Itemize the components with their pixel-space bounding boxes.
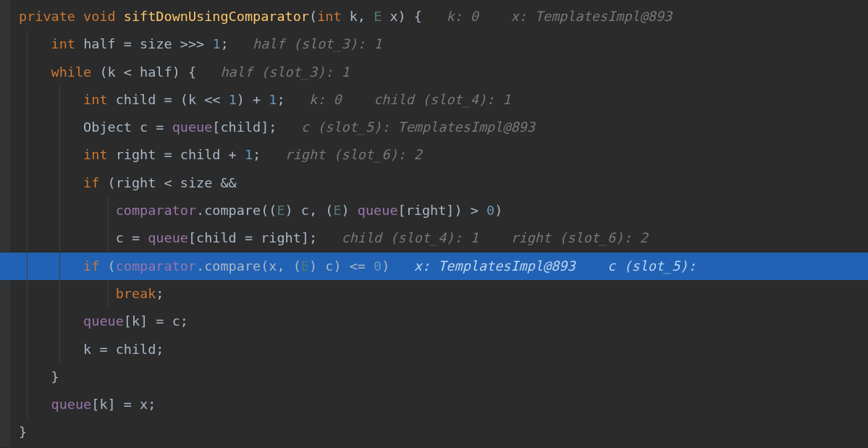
inline-debug-hint: k: 0 child (slot_4): 1 <box>309 92 510 107</box>
keyword: void <box>83 9 116 24</box>
code-line[interactable]: k = child; <box>0 336 868 363</box>
inline-debug-hint: k: 0 x: TemplatesImpl@893 <box>446 9 672 24</box>
code-line[interactable]: if (right < size && <box>0 169 868 197</box>
code-editor[interactable]: private void siftDownUsingComparator(int… <box>0 0 868 447</box>
code-line[interactable]: } <box>0 418 868 446</box>
inline-debug-hint: c (slot_5): TemplatesImpl@893 <box>301 119 535 135</box>
code-line[interactable]: int half = size >>> 1; half (slot_3): 1 <box>0 30 868 58</box>
field: comparator <box>116 258 196 274</box>
code-line[interactable]: queue[k] = x; <box>0 391 868 418</box>
keyword: int <box>83 147 107 162</box>
keyword: break <box>116 286 156 301</box>
code-line[interactable]: Object c = queue[child]; c (slot_5): Tem… <box>0 114 868 141</box>
field: queue <box>83 313 124 329</box>
code-line[interactable]: int child = (k << 1) + 1; k: 0 child (sl… <box>0 86 868 114</box>
generic-type: E <box>374 9 382 24</box>
field: comparator <box>116 203 196 218</box>
code-line[interactable]: int right = child + 1; right (slot_6): 2 <box>0 141 868 169</box>
inline-debug-hint: half (slot_3): 1 <box>220 64 349 80</box>
keyword: if <box>83 258 99 274</box>
code-line[interactable]: while (k < half) { half (slot_3): 1 <box>0 59 868 86</box>
keyword: int <box>83 92 107 107</box>
field: queue <box>148 230 188 245</box>
code-line[interactable]: break; <box>0 280 868 308</box>
inline-debug-hint: x: TemplatesImpl@893 c (slot_5): <box>414 258 696 274</box>
number: 1 <box>212 36 220 51</box>
code-line[interactable]: queue[k] = c; <box>0 308 868 335</box>
code-line[interactable]: c = queue[child = right]; child (slot_4)… <box>0 224 868 252</box>
code-line[interactable]: } <box>0 363 868 391</box>
code-line[interactable]: private void siftDownUsingComparator(int… <box>0 3 868 30</box>
code-line[interactable]: comparator.compare((E) c, (E) queue[righ… <box>0 197 868 224</box>
function-name: siftDownUsingComparator <box>124 9 309 24</box>
field: queue <box>172 119 213 135</box>
keyword: if <box>83 175 99 190</box>
keyword: private <box>19 9 75 24</box>
inline-debug-hint: half (slot_3): 1 <box>253 36 382 51</box>
inline-debug-hint: right (slot_6): 2 <box>285 147 422 162</box>
inline-debug-hint: child (slot_4): 1 right (slot_6): 2 <box>342 230 648 245</box>
field: queue <box>51 397 92 412</box>
type: int <box>317 9 341 24</box>
code-line-current[interactable]: if (comparator.compare(x, (E) c) <= 0) x… <box>0 253 868 280</box>
keyword: int <box>51 36 75 51</box>
keyword: while <box>51 64 92 80</box>
